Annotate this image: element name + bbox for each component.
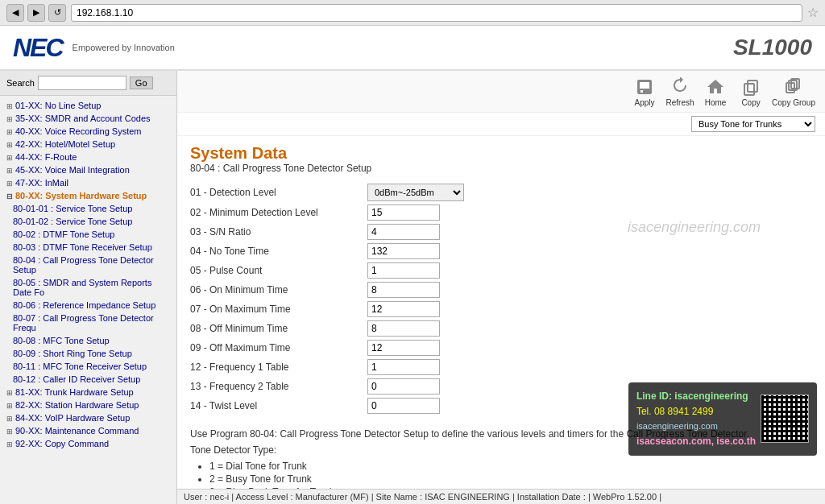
sidebar-item-label: 80-01-02 : Service Tone Setup <box>13 217 132 226</box>
sidebar-item-froute[interactable]: ⊞ 44-XX: F-Route <box>0 151 176 163</box>
form-row-08: 08 - Off Minimum Time <box>190 320 812 337</box>
sidebar-item-84xx[interactable]: ⊞ 84-XX: VoIP Hardware Setup <box>0 411 176 424</box>
sidebar-item-label: 80-04 : Call Progress Tone Detector Setu… <box>13 255 170 275</box>
expand-icon: ⊞ <box>6 180 13 188</box>
copy-icon <box>740 76 762 98</box>
page-subtitle: 80-04 : Call Progress Tone Detector Setu… <box>190 163 812 174</box>
search-input[interactable] <box>38 76 126 90</box>
refresh-button[interactable]: Refresh <box>665 76 694 107</box>
footer-bar: User : nec-i | Access Level : Manufactur… <box>177 489 825 504</box>
main-layout: Search Go ⊞ 01-XX: No Line Setup ⊞ 35-XX… <box>0 71 825 504</box>
sidebar-item-inmail[interactable]: ⊞ 47-XX: InMail <box>0 176 176 189</box>
sidebar-item-hotel[interactable]: ⊞ 42-XX: Hotel/Motel Setup <box>0 138 176 151</box>
field-input-06[interactable] <box>367 282 440 298</box>
form-row-02: 02 - Minimum Detection Level <box>190 204 812 221</box>
field-label-01: 01 - Detection Level <box>190 187 367 198</box>
copy-group-button[interactable]: Copy Group <box>772 76 815 107</box>
sidebar-item-80-01-02[interactable]: 80-01-02 : Service Tone Setup <box>0 215 176 228</box>
field-input-01[interactable]: 0dBm~-25dBm -5dBm~-30dBm <box>367 184 464 201</box>
field-input-08[interactable] <box>367 320 440 337</box>
footer-text: User : nec-i | Access Level : Manufactur… <box>184 492 661 502</box>
apply-label: Apply <box>635 98 655 107</box>
sidebar-item-voicemail[interactable]: ⊞ 45-XX: Voice Mail Integration <box>0 163 176 176</box>
field-input-14[interactable] <box>367 398 440 414</box>
apply-button[interactable]: Apply <box>630 76 659 107</box>
promo-tel: Tel. 08 8941 2499 <box>636 404 756 419</box>
page-header: NEC Empowered by Innovation SL1000 <box>0 26 825 71</box>
sidebar-item-label: 45-XX: Voice Mail Integration <box>15 165 130 175</box>
sidebar-item-label: 80-11 : MFC Tone Receiver Setup <box>13 361 147 371</box>
copy-group-label: Copy Group <box>772 98 815 107</box>
sidebar-item-system-hardware[interactable]: ⊟ 80-XX: System Hardware Setup <box>0 189 176 202</box>
field-input-02[interactable] <box>367 204 440 221</box>
field-input-09[interactable] <box>367 340 440 356</box>
search-bar: Search Go <box>0 71 176 96</box>
field-label-03: 03 - S/N Ratio <box>190 226 367 238</box>
sidebar-item-noline[interactable]: ⊞ 01-XX: No Line Setup <box>0 99 176 112</box>
tone-type-select[interactable]: Busy Tone for Trunks Dial Tone for Trunk… <box>691 116 815 132</box>
sidebar-item-label: 35-XX: SMDR and Account Codes <box>15 114 151 123</box>
sidebar-item-80-04[interactable]: 80-04 : Call Progress Tone Detector Setu… <box>0 254 176 276</box>
sidebar-item-80-03[interactable]: 80-03 : DTMF Tone Receiver Setup <box>0 241 176 254</box>
field-input-05[interactable] <box>367 262 440 279</box>
sidebar-item-80-07[interactable]: 80-07 : Call Progress Tone Detector Freq… <box>0 312 176 334</box>
sidebar-item-label: 80-07 : Call Progress Tone Detector Freq… <box>13 313 170 333</box>
expand-icon: ⊞ <box>6 428 13 436</box>
sidebar-item-80-09[interactable]: 80-09 : Short Ring Tone Setup <box>0 347 176 360</box>
sidebar-item-80-06[interactable]: 80-06 : Reference Impedance Setup <box>0 299 176 312</box>
sidebar-item-90xx[interactable]: ⊞ 90-XX: Maintenance Command <box>0 424 176 437</box>
sidebar-item-80-12[interactable]: 80-12 : Caller ID Receiver Setup <box>0 373 176 386</box>
form-row-06: 06 - On Minimum Time <box>190 282 812 298</box>
sidebar-item-label: 80-08 : MFC Tone Setup <box>13 336 110 345</box>
refresh-icon <box>669 76 691 98</box>
sidebar-item-92xx[interactable]: ⊞ 92-XX: Copy Command <box>0 437 176 450</box>
field-input-07[interactable] <box>367 301 440 317</box>
home-label: Home <box>705 98 727 107</box>
sidebar-item-label: 40-XX: Voice Recording System <box>15 126 142 136</box>
sidebar-item-80-08[interactable]: 80-08 : MFC Tone Setup <box>0 334 176 347</box>
field-label-12: 12 - Frequency 1 Table <box>190 361 367 373</box>
field-label-02: 02 - Minimum Detection Level <box>190 207 367 218</box>
home-button[interactable]: Home <box>701 76 730 107</box>
sidebar-item-80-01-01[interactable]: 80-01-01 : Service Tone Setup <box>0 202 176 215</box>
sidebar-item-label: 80-06 : Reference Impedance Setup <box>13 300 155 310</box>
sidebar-item-label: 42-XX: Hotel/Motel Setup <box>15 139 115 149</box>
form-row-04: 04 - No Tone Time <box>190 243 812 259</box>
form-row-07: 07 - On Maximum Time <box>190 301 812 317</box>
field-input-13[interactable] <box>367 378 440 395</box>
bookmark-icon[interactable]: ☆ <box>807 5 819 20</box>
tagline: Empowered by Innovation <box>73 43 175 52</box>
field-input-04[interactable] <box>367 243 440 259</box>
sidebar-item-label: 47-XX: InMail <box>15 178 68 188</box>
sidebar-item-label: 80-12 : Caller ID Receiver Setup <box>13 374 140 384</box>
copy-label: Copy <box>741 98 760 107</box>
field-input-12[interactable] <box>367 359 440 375</box>
sidebar-item-80-11[interactable]: 80-11 : MFC Tone Receiver Setup <box>0 360 176 373</box>
sidebar-item-label: 81-XX: Trunk Hardware Setup <box>15 387 134 397</box>
field-label-09: 09 - Off Maximum Time <box>190 342 367 353</box>
nec-brand: NEC <box>13 33 63 63</box>
sidebar-item-80-02[interactable]: 80-02 : DTMF Tone Setup <box>0 228 176 241</box>
sidebar-item-81xx[interactable]: ⊞ 81-XX: Trunk Hardware Setup <box>0 386 176 399</box>
go-button[interactable]: Go <box>130 76 153 89</box>
sidebar: Search Go ⊞ 01-XX: No Line Setup ⊞ 35-XX… <box>0 71 177 504</box>
product-name: SL1000 <box>733 35 812 60</box>
sidebar-item-80-05[interactable]: 80-05 : SMDR and System Reports Date Fo <box>0 276 176 299</box>
field-label-07: 07 - On Maximum Time <box>190 304 367 315</box>
sidebar-item-82xx[interactable]: ⊞ 82-XX: Station Hardware Setup <box>0 399 176 411</box>
field-input-03[interactable] <box>367 224 440 240</box>
reload-button[interactable]: ↺ <box>48 4 66 22</box>
toolbar: Apply Refresh Home Copy <box>177 71 825 113</box>
copy-button[interactable]: Copy <box>736 76 765 107</box>
form-row-09: 09 - Off Maximum Time <box>190 340 812 356</box>
refresh-label: Refresh <box>666 98 694 107</box>
forward-button[interactable]: ▶ <box>27 4 45 22</box>
sidebar-item-smdr[interactable]: ⊞ 35-XX: SMDR and Account Codes <box>0 112 176 125</box>
expand-icon: ⊞ <box>6 102 13 110</box>
sidebar-item-voice-recording[interactable]: ⊞ 40-XX: Voice Recording System <box>0 125 176 138</box>
back-button[interactable]: ◀ <box>6 4 24 22</box>
url-input[interactable] <box>71 4 802 22</box>
svg-rect-3 <box>748 81 757 92</box>
page-title: System Data <box>190 144 812 163</box>
brand-logo: NEC Empowered by Innovation <box>13 33 175 63</box>
